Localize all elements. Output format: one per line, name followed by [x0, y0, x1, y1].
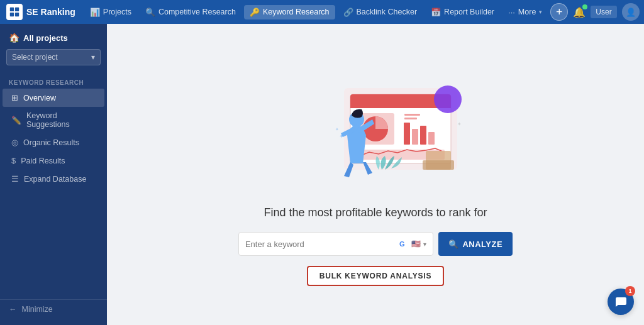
search-input-wrap: G 🇺🇸 ▾	[238, 232, 433, 256]
analyze-button[interactable]: 🔍 ANALYZE	[438, 232, 513, 256]
svg-rect-1	[15, 8, 19, 11]
more-chevron-icon: ▾	[539, 9, 542, 15]
section-label: KEYWORD RESEARCH	[0, 74, 107, 89]
topnav-right: + 🔔 User 👤	[550, 3, 639, 21]
svg-rect-15	[404, 114, 420, 116]
brand-name: SE Ranking	[26, 7, 75, 17]
competitive-research-icon: 🔍	[145, 8, 155, 17]
svg-rect-10	[404, 123, 410, 145]
search-magnifier-icon: 🔍	[448, 240, 459, 249]
search-engine-badge[interactable]: G 🇺🇸 ▾	[397, 238, 426, 250]
minimize-label: Minimize	[22, 305, 53, 314]
nav-keyword-research-label: Keyword Research	[263, 8, 330, 16]
minimize-button[interactable]: ← Minimize	[0, 299, 107, 319]
minimize-arrow-icon: ←	[9, 305, 17, 314]
svg-point-17	[434, 85, 462, 113]
sidebar-item-expand-database-label: Expand Database	[24, 175, 86, 184]
svg-rect-2	[10, 13, 14, 16]
user-name[interactable]: User	[591, 6, 616, 18]
sidebar-item-keyword-suggestions[interactable]: ✏️ Keyword Suggestions	[3, 107, 104, 133]
svg-rect-20	[423, 160, 454, 170]
layout: 🏠 All projects Select project ▾ KEYWORD …	[0, 0, 644, 325]
sidebar-item-paid-results-label: Paid Results	[21, 157, 65, 165]
chat-badge: 1	[625, 286, 635, 296]
expand-database-icon: ☰	[11, 174, 19, 184]
nav-competitive-research-label: Competitive Research	[158, 8, 236, 16]
topnav: SE Ranking 📊 Projects 🔍 Competitive Rese…	[0, 0, 644, 24]
nav-more-label: More	[518, 8, 536, 16]
sidebar-item-keyword-suggestions-label: Keyword Suggestions	[26, 111, 96, 129]
more-icon: ···	[508, 8, 515, 17]
svg-rect-16	[404, 118, 417, 119]
logo-icon	[6, 4, 23, 20]
overview-icon: ⊞	[11, 93, 18, 102]
analyze-label: ANALYZE	[462, 240, 502, 249]
projects-icon: 📊	[90, 8, 100, 17]
nav-projects-label: Projects	[103, 8, 131, 16]
main-content: ✦ ✦ ✦ Find the most profitable keywords …	[107, 24, 644, 325]
project-select[interactable]: Select project ▾	[6, 49, 101, 65]
svg-text:✦: ✦	[457, 121, 462, 127]
paid-results-icon: $	[11, 156, 16, 165]
add-button[interactable]: +	[550, 3, 568, 21]
svg-rect-0	[10, 8, 14, 11]
nav-report-builder-label: Report Builder	[444, 8, 494, 16]
svg-rect-11	[412, 129, 418, 145]
engine-chevron-icon: ▾	[423, 241, 426, 248]
svg-text:✦: ✦	[335, 127, 339, 131]
sidebar-item-organic-results-label: Organic Results	[23, 138, 79, 147]
google-icon: G	[397, 238, 409, 250]
hero-illustration: ✦ ✦ ✦	[281, 63, 470, 195]
bulk-keyword-analysis-button[interactable]: BULK KEYWORD ANALYSIS	[307, 266, 445, 286]
home-icon: 🏠	[9, 33, 19, 43]
sidebar-all-projects[interactable]: 🏠 All projects	[0, 30, 107, 49]
chat-widget[interactable]: 1	[608, 289, 634, 315]
notifications-button[interactable]: 🔔	[573, 6, 586, 18]
sidebar-header-label: All projects	[23, 33, 68, 43]
nav-backlink-checker-label: Backlink Checker	[357, 8, 418, 16]
brand-logo[interactable]: SE Ranking	[6, 4, 75, 20]
svg-text:G: G	[399, 240, 405, 248]
svg-rect-12	[420, 126, 426, 145]
nav-backlink-checker[interactable]: 🔗 Backlink Checker	[338, 5, 423, 19]
keyword-suggestions-icon: ✏️	[11, 116, 21, 125]
nav-projects[interactable]: 📊 Projects	[84, 5, 137, 19]
svg-rect-3	[15, 13, 19, 16]
chat-icon	[614, 295, 628, 309]
nav-competitive-research[interactable]: 🔍 Competitive Research	[140, 5, 242, 19]
report-builder-icon: 📅	[431, 8, 441, 17]
sidebar-item-expand-database[interactable]: ☰ Expand Database	[3, 170, 104, 188]
project-select-value: Select project	[12, 53, 58, 62]
flag-icon: 🇺🇸	[411, 240, 421, 248]
notification-dot	[582, 4, 587, 9]
search-input[interactable]	[245, 240, 392, 249]
keyword-research-icon: 🔑	[250, 8, 260, 17]
nav-keyword-research[interactable]: 🔑 Keyword Research	[244, 5, 335, 19]
organic-results-icon: ◎	[11, 138, 18, 147]
hero-text: Find the most profitable keywords to ran…	[264, 206, 487, 219]
sidebar-item-overview-label: Overview	[23, 94, 56, 102]
sidebar-item-overview[interactable]: ⊞ Overview	[3, 89, 104, 107]
avatar[interactable]: 👤	[622, 3, 640, 21]
svg-rect-13	[428, 132, 435, 145]
nav-more[interactable]: ··· More ▾	[502, 5, 548, 19]
select-chevron-icon: ▾	[91, 53, 95, 62]
svg-text:✦: ✦	[339, 133, 344, 140]
backlink-checker-icon: 🔗	[343, 8, 353, 17]
sidebar-item-paid-results[interactable]: $ Paid Results	[3, 151, 104, 170]
sidebar: 🏠 All projects Select project ▾ KEYWORD …	[0, 24, 107, 325]
nav-report-builder[interactable]: 📅 Report Builder	[425, 5, 500, 19]
sidebar-item-organic-results[interactable]: ◎ Organic Results	[3, 133, 104, 151]
search-bar: G 🇺🇸 ▾ 🔍 ANALYZE	[238, 232, 513, 256]
